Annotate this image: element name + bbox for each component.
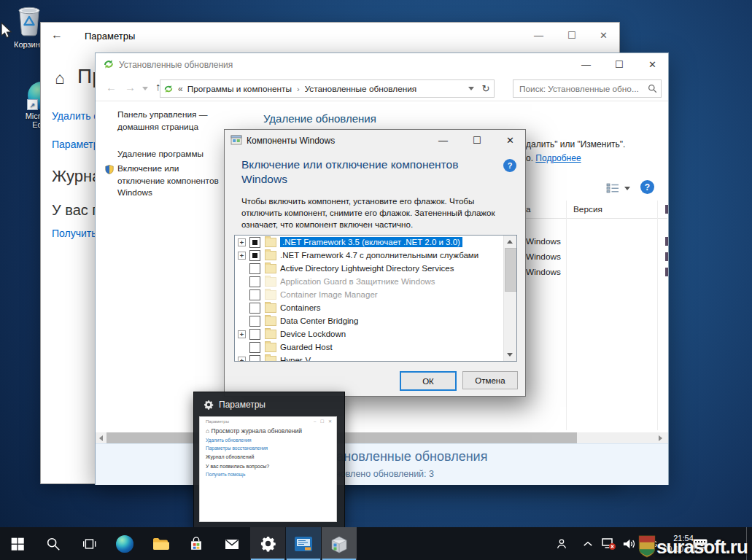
minimize-button[interactable]: — xyxy=(534,30,543,41)
help-icon[interactable]: ? xyxy=(640,180,654,194)
help-icon[interactable]: ? xyxy=(503,159,516,172)
network-status-button[interactable] xyxy=(598,527,619,560)
views-icon[interactable] xyxy=(606,183,619,196)
taskbar-mail-button[interactable] xyxy=(214,527,249,560)
feature-checkbox[interactable] xyxy=(249,316,260,327)
update-row[interactable]: Windows xyxy=(526,233,664,249)
feature-item[interactable]: +.NET Framework 3.5 (включает .NET 2.0 и… xyxy=(235,236,504,249)
taskbar: ENG 21:54 09.10.2023 xyxy=(0,527,752,560)
breadcrumb-separator: › xyxy=(297,85,300,93)
search-icon[interactable] xyxy=(648,84,657,93)
mini-recovery-link: Параметры восстановления xyxy=(206,446,268,451)
taskbar-settings-button[interactable] xyxy=(250,527,285,560)
scroll-right-icon[interactable] xyxy=(659,435,662,441)
hidden-icons-button[interactable] xyxy=(578,527,597,560)
feature-checkbox[interactable] xyxy=(249,237,260,248)
address-icon xyxy=(163,84,174,94)
people-button[interactable] xyxy=(551,527,573,560)
feature-label: Application Guard в Защитнике Windows xyxy=(280,277,435,286)
feature-checkbox[interactable] xyxy=(249,355,260,362)
maximize-button[interactable]: ☐ xyxy=(615,59,624,70)
feature-item[interactable]: Active Directory Lightweight Directory S… xyxy=(235,262,504,275)
feature-item[interactable]: +Device Lockdown xyxy=(235,327,504,341)
feature-label: .NET Framework 3.5 (включает .NET 2.0 и … xyxy=(280,237,462,247)
feature-checkbox[interactable] xyxy=(249,263,260,274)
close-button[interactable]: ✕ xyxy=(648,59,656,70)
back-arrow-icon[interactable]: ← xyxy=(51,28,63,42)
column-header-program[interactable]: а xyxy=(526,204,531,214)
taskbar-thumbnail-preview[interactable]: Параметры Параметры – ☐ ✕ ⌂ Просмотр жур… xyxy=(193,392,345,529)
taskbar-store-button[interactable] xyxy=(179,527,214,560)
task-view-button[interactable] xyxy=(71,527,106,560)
feature-checkbox[interactable] xyxy=(249,276,260,287)
start-button[interactable] xyxy=(0,527,35,560)
breadcrumb-current[interactable]: Установленные обновления xyxy=(305,84,417,94)
close-button[interactable]: ✕ xyxy=(506,135,514,146)
scroll-up-icon[interactable] xyxy=(507,240,513,244)
more-info-link[interactable]: Подробнее xyxy=(535,153,581,163)
search-button[interactable] xyxy=(36,527,71,560)
breadcrumb-root[interactable]: Программы и компоненты xyxy=(187,84,292,94)
ok-button[interactable]: ОК xyxy=(400,371,457,391)
chevron-up-icon xyxy=(583,540,593,547)
feature-checkbox[interactable] xyxy=(249,342,260,353)
feature-item[interactable]: Application Guard в Защитнике Windows xyxy=(235,275,504,288)
cancel-button[interactable]: Отмена xyxy=(462,371,518,389)
sidebar-item-windows-features[interactable]: Включение или отключение компонентов Win… xyxy=(117,163,228,199)
file-explorer-icon xyxy=(152,535,169,553)
expander-icon[interactable]: + xyxy=(238,330,246,338)
home-icon[interactable]: ⌂ xyxy=(55,69,65,88)
maximize-button[interactable]: ☐ xyxy=(567,30,576,41)
show-desktop-button[interactable] xyxy=(747,527,752,560)
touch-keyboard-button[interactable] xyxy=(690,527,710,560)
minimize-button[interactable]: — xyxy=(438,135,448,146)
nav-forward-icon[interactable]: → xyxy=(125,81,136,93)
clipped-text-fragment xyxy=(665,237,668,246)
taskbar-system-app-button[interactable] xyxy=(286,527,321,560)
scroll-down-icon[interactable] xyxy=(507,353,513,357)
expander-icon[interactable]: + xyxy=(238,252,246,260)
address-dropdown-chevron-icon[interactable] xyxy=(468,87,474,90)
taskbar-edge-button[interactable] xyxy=(107,527,142,560)
folder-icon xyxy=(265,251,276,260)
feature-item[interactable]: Containers xyxy=(235,301,504,314)
minimize-button[interactable]: — xyxy=(581,59,591,70)
views-dropdown-chevron-icon[interactable] xyxy=(624,187,630,190)
language-indicator[interactable]: ENG xyxy=(636,527,661,560)
feature-item[interactable]: Data Center Bridging xyxy=(235,314,504,327)
scrollbar-thumb[interactable] xyxy=(505,248,517,292)
feature-item[interactable]: +.NET Framework 4.7 с дополнительными сл… xyxy=(235,249,504,262)
address-bar[interactable]: « Программы и компоненты › Установленные… xyxy=(160,79,479,98)
scroll-left-icon[interactable] xyxy=(99,435,103,441)
search-box[interactable] xyxy=(513,79,662,98)
search-input[interactable] xyxy=(518,83,645,95)
taskbar-windows-features-button[interactable] xyxy=(322,527,357,560)
windows-features-dialog: Компоненты Windows — ☐ ✕ Включение или о… xyxy=(224,129,526,397)
column-header-version[interactable]: Версия xyxy=(573,204,602,214)
expander-icon[interactable]: + xyxy=(238,238,246,246)
sidebar-item-control-panel-home[interactable]: Панель управления — домашняя страница xyxy=(117,109,228,133)
feature-checkbox[interactable] xyxy=(249,289,260,300)
sidebar-item-uninstall-program[interactable]: Удаление программы xyxy=(117,149,228,159)
nav-history-chevron-icon[interactable] xyxy=(142,87,148,90)
taskbar-explorer-button[interactable] xyxy=(143,527,178,560)
feature-item[interactable]: +Hyper-V xyxy=(235,354,504,361)
windows-features-app-icon xyxy=(330,534,349,553)
update-row[interactable]: Windows xyxy=(526,249,664,264)
close-button[interactable]: ✕ xyxy=(600,30,608,41)
feature-checkbox[interactable] xyxy=(249,329,260,340)
refresh-button[interactable]: ↻ xyxy=(478,79,495,98)
description-line1: далить" или "Изменить". xyxy=(526,139,625,149)
horizontal-scrollbar[interactable] xyxy=(96,432,668,443)
vertical-scrollbar[interactable] xyxy=(503,236,516,361)
feature-item[interactable]: Guarded Host xyxy=(235,341,504,354)
expander-icon[interactable]: + xyxy=(238,357,246,362)
features-listbox: +.NET Framework 3.5 (включает .NET 2.0 и… xyxy=(234,235,517,362)
feature-checkbox[interactable] xyxy=(249,303,260,314)
feature-item[interactable]: Container Image Manager xyxy=(235,288,504,301)
maximize-button[interactable]: ☐ xyxy=(473,135,481,146)
update-row[interactable]: Windows xyxy=(526,264,664,279)
nav-back-icon[interactable]: ← xyxy=(106,81,117,93)
feature-checkbox[interactable] xyxy=(249,250,260,261)
folder-icon xyxy=(265,343,276,352)
